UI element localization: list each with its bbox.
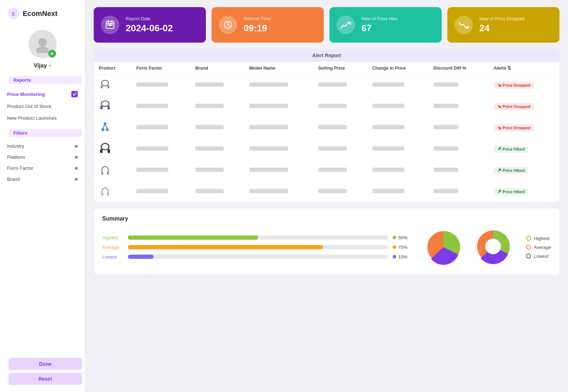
filter-brand[interactable]: Brand: [0, 174, 85, 185]
price-hike-label: New of Price Hike: [361, 16, 398, 21]
svg-rect-20: [108, 85, 109, 88]
col-discount-diff: Discount Diff %: [428, 62, 488, 75]
stat-card-report-date-text: Report Date 2024-06-02: [126, 16, 173, 34]
legend-item-highest: Highest: [526, 236, 551, 241]
td-selling-price: [313, 96, 367, 117]
table-row: Price Dropped: [94, 96, 559, 117]
td-form-factor: [131, 138, 190, 160]
logo-icon: ε: [7, 7, 20, 20]
td-brand: [190, 160, 244, 181]
svg-point-29: [106, 128, 109, 131]
sidebar-item-price-monitoring[interactable]: Price Monitoring: [0, 88, 85, 100]
bar-track: [128, 235, 388, 240]
svg-point-35: [107, 172, 109, 174]
bar-label: Average: [102, 245, 124, 250]
filter-dot-icon: [75, 156, 78, 159]
stat-card-price-dropped: New of Price Dropped 24: [447, 7, 559, 43]
legend-area: Highest Average Lowest: [526, 236, 551, 259]
td-product: [94, 75, 131, 96]
nav-item-label: New Product Launches: [7, 115, 57, 121]
col-alerts: Alerts ⇅: [489, 62, 559, 75]
price-dropped-value: 24: [479, 23, 524, 34]
col-brand: Brand: [190, 62, 244, 75]
td-alert: Price Hiked: [489, 138, 559, 160]
svg-line-17: [228, 25, 230, 26]
legend-circle-highest: [526, 236, 531, 241]
bar-track: [128, 255, 388, 259]
sidebar-item-out-of-stock[interactable]: Product Out of Stock: [0, 100, 85, 112]
filter-platform[interactable]: Platform: [0, 152, 85, 163]
td-alert: Price Dropped: [489, 75, 559, 96]
logo-area: ε EcomNext: [0, 7, 85, 20]
svg-point-3: [36, 47, 49, 53]
stat-card-price-dropped-text: New of Price Dropped 24: [479, 16, 524, 34]
user-name-row: Vijay ▾: [34, 62, 51, 69]
svg-point-25: [108, 107, 110, 109]
bar-label: Lowest: [102, 254, 124, 260]
svg-rect-32: [100, 149, 103, 153]
td-product: [94, 181, 131, 202]
td-discount-diff: [428, 181, 488, 202]
reset-button[interactable]: Reset: [9, 373, 82, 385]
bar-dot: [393, 245, 396, 249]
table-row: Price Dropped: [94, 75, 559, 96]
nav-checkbox-icon: [71, 91, 78, 97]
alert-badge: Price Hiked: [494, 188, 529, 195]
td-model-name: [244, 75, 313, 96]
td-discount-diff: [428, 160, 488, 181]
chevron-down-icon[interactable]: ▾: [49, 63, 51, 68]
filter-dot-icon: [75, 167, 78, 170]
filter-form-factor[interactable]: Form Factor: [0, 163, 85, 174]
td-brand: [190, 138, 244, 160]
summary-bar-row: Lowest 10%: [102, 254, 413, 260]
filter-label: Industry: [7, 143, 24, 149]
price-dropped-label: New of Price Dropped: [479, 16, 524, 21]
summary-bar-row: Average 75%: [102, 245, 413, 250]
report-date-label: Report Date: [126, 16, 173, 21]
td-change-price: [367, 117, 428, 138]
td-brand: [190, 96, 244, 117]
col-form-factor: Form Factor: [131, 62, 190, 75]
refresh-time-label: Refresh Time: [244, 16, 271, 21]
bar-pct-value: 50%: [398, 235, 408, 240]
legend-label-average: Average: [534, 245, 551, 250]
table-row: Price Dropped: [94, 117, 559, 138]
done-button[interactable]: Done: [9, 358, 82, 370]
svg-text:ε: ε: [12, 10, 15, 17]
stat-cards-section: Report Date 2024-06-02 Refresh Time 09:1…: [94, 7, 559, 43]
stat-card-refresh-time: Refresh Time 09:19: [212, 7, 324, 43]
main-content: Report Date 2024-06-02 Refresh Time 09:1…: [85, 0, 568, 392]
col-change-price: Change in Price: [367, 62, 428, 75]
td-brand: [190, 75, 244, 96]
td-selling-price: [313, 75, 367, 96]
td-selling-price: [313, 181, 367, 202]
legend-item-lowest: Lowest: [526, 254, 551, 259]
td-alert: Price Dropped: [489, 96, 559, 117]
price-hike-value: 67: [361, 23, 398, 34]
price-hike-icon: [337, 16, 355, 34]
td-alert: Price Hiked: [489, 181, 559, 202]
avatar-area: +: [28, 30, 57, 58]
stat-card-price-hike: New of Price Hike 67: [329, 7, 442, 43]
bar-track: [128, 245, 388, 249]
price-dropped-icon: [454, 16, 473, 34]
svg-point-24: [100, 107, 103, 109]
avatar-add-button[interactable]: +: [48, 50, 56, 58]
filter-industry[interactable]: Industry: [0, 141, 85, 152]
td-product: [94, 138, 131, 160]
td-form-factor: [131, 75, 190, 96]
td-product: [94, 160, 131, 181]
td-discount-diff: [428, 117, 488, 138]
td-change-price: [367, 96, 428, 117]
td-alert: Price Hiked: [489, 160, 559, 181]
filters-tag: Filters: [9, 129, 82, 137]
svg-point-37: [107, 194, 109, 196]
sidebar-item-new-launches[interactable]: New Product Launches: [0, 112, 85, 124]
svg-point-31: [101, 143, 109, 150]
td-model-name: [244, 96, 313, 117]
summary-bar-row: Highest 50%: [102, 235, 413, 240]
nav-item-label: Price Monitoring: [7, 92, 45, 97]
alert-report-section: Alert Report Product Form Factor Brand M…: [94, 49, 559, 202]
filter-label: Platform: [7, 154, 25, 160]
td-selling-price: [313, 138, 367, 160]
